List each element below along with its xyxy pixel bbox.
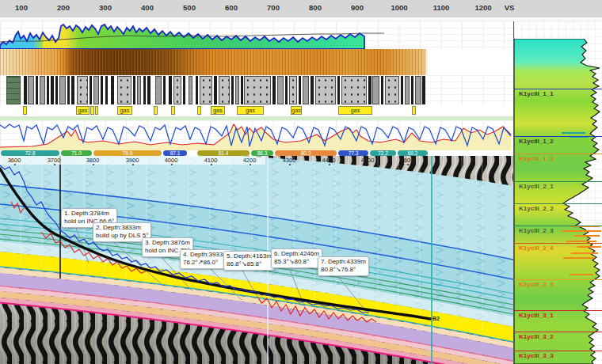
annotation-depth-line: 6. Depth:4246m [274, 250, 319, 258]
lithology-column [133, 76, 135, 104]
formation-top-label: K1ycIII_3_3 [519, 352, 554, 359]
lithology-column [59, 76, 66, 104]
lithology-column [337, 76, 340, 104]
formation-top-line [514, 226, 602, 226]
md-depth-tick-dot [14, 164, 16, 165]
md-depth-tick: 3900 [126, 157, 139, 164]
lithology-column [105, 76, 108, 104]
lithology-column [111, 76, 114, 104]
annotation-depth-line: 7. Depth:4339m [321, 258, 366, 266]
md-depth-tick: 3600 [8, 157, 21, 164]
survey-annotation-callout[interactable]: 6. Depth:4246m85.3°↘80.8° [271, 248, 322, 268]
annotation-angle-line: 80.8°↘76.8° [321, 266, 366, 274]
amplitude-curve-svg [0, 21, 513, 49]
annotation-depth-line: 3. Depth:3876m [145, 239, 190, 247]
lithology-column [173, 76, 181, 104]
formation-top-line [514, 310, 602, 311]
lithology-column [36, 76, 38, 104]
lithology-column [315, 76, 336, 104]
formation-top-line [514, 89, 602, 89]
formation-top-line [514, 279, 602, 280]
formation-top-label: K1ycIII_2_1 [519, 183, 554, 190]
lithology-column [244, 76, 271, 104]
inclination-segment: 71.0 [61, 150, 92, 156]
formation-top-line [514, 203, 602, 204]
lithology-column [90, 76, 92, 104]
md-depth-tick: 4200 [243, 157, 257, 164]
annotation-depth-line: 1. Depth:3784m [64, 210, 114, 218]
lithology-column [411, 76, 413, 104]
track-gas-shows[interactable]: gasgasgasgasgasgas [0, 105, 513, 116]
geosteering-app-window: 100200300400500600700800900100011001200V… [0, 0, 602, 364]
gas-show-marker [171, 106, 175, 115]
gr-header-offset-well[interactable]: 0 GR [514, 21, 602, 30]
vs-ruler-tick: 600 [225, 3, 238, 12]
md-depth-tick: 4400 [322, 157, 336, 164]
vs-ruler: 100200300400500600700800900100011001200V… [0, 0, 602, 18]
annotation-angle-line: build up by DLS 5° [96, 232, 148, 240]
formation-top-label: K1ycIII_2_5 [519, 281, 554, 288]
track-lithology[interactable] [0, 75, 513, 105]
formation-top-label: K1ycIII_1_1 [519, 90, 554, 97]
vs-ruler-tick: 1200 [474, 3, 491, 12]
gas-show-marker [90, 106, 94, 115]
lithology-column [143, 76, 146, 104]
lithology-column [401, 76, 403, 104]
vs-ruler-tick: 200 [57, 3, 70, 12]
inclination-segment: 72.8 [1, 150, 59, 156]
md-depth-tick-dot [54, 164, 55, 165]
md-depth-tick-dot [289, 164, 291, 165]
md-depth-tick-dot [93, 164, 94, 165]
lithology-column [289, 76, 297, 104]
md-depth-tick-dot [329, 164, 330, 165]
vs-ruler-tick: 100 [15, 3, 28, 12]
md-depth-tick-dot [407, 164, 409, 165]
formation-top-line [514, 154, 602, 154]
lithology-column [137, 76, 141, 104]
md-depth-tick: 4100 [204, 157, 218, 164]
lithology-column [241, 76, 243, 104]
inclination-segment: 77.3 [338, 150, 368, 156]
lithology-column [303, 76, 309, 104]
track-amplitude-curve[interactable] [0, 21, 513, 49]
formation-top-line [514, 243, 602, 244]
gas-show-marker: gas [291, 106, 302, 115]
annotation-angle-line: 86.8°↘85.8° [227, 260, 272, 268]
lithology-column [93, 76, 99, 104]
vs-ruler-tick: 500 [183, 3, 196, 12]
inclination-segment: 86.3 [251, 150, 273, 156]
lithology-column [299, 76, 301, 104]
lithology-column [235, 76, 239, 104]
gas-show-marker [95, 106, 98, 115]
gr-header-type-well[interactable]: 0 GR [514, 30, 602, 39]
inclination-segment: 69.2 [398, 150, 428, 156]
gr-correlation-panel[interactable]: 0 GR 0 GR [513, 21, 602, 364]
formation-top-line [514, 136, 602, 137]
lithology-column [381, 76, 383, 104]
lithology-column [231, 76, 234, 104]
annotation-angle-line: 85.3°↘80.8° [274, 258, 319, 266]
lithology-column [6, 76, 21, 104]
formation-top-line [514, 181, 602, 182]
formation-top-label: K1ycIII_2_2 [519, 205, 554, 212]
vs-ruler-tick: 1100 [433, 3, 450, 12]
gr-curve-name: GR [565, 30, 573, 39]
lithology-column [40, 76, 45, 104]
inclination-segment: 81.4 [197, 150, 250, 156]
inclination-segment: 80.3 [275, 150, 337, 156]
inclination-summary-bar[interactable]: 72.871.079.987.181.486.380.377.372.269.2 [0, 150, 513, 156]
survey-annotation-callout[interactable]: 7. Depth:4339m80.8°↘76.8° [318, 256, 369, 276]
md-depth-tick: 3700 [48, 157, 61, 164]
inclination-segment: 87.1 [163, 150, 187, 156]
gas-show-marker [154, 106, 158, 115]
lithology-column [200, 76, 212, 104]
lithology-column [422, 76, 425, 104]
survey-annotation-callout[interactable]: 5. Depth:4163m86.8°↘85.8° [223, 251, 275, 271]
md-depth-tick: 4600 [401, 157, 414, 164]
formation-top-label: K1ycIII_1_3 [519, 155, 554, 162]
lithology-column [196, 76, 198, 104]
md-depth-tick: 4300 [283, 157, 296, 164]
gas-show-marker: gas [211, 106, 225, 115]
annotation-angle-line: 76.2°↗86.0° [183, 259, 228, 267]
track-log-curves[interactable] [0, 120, 513, 150]
